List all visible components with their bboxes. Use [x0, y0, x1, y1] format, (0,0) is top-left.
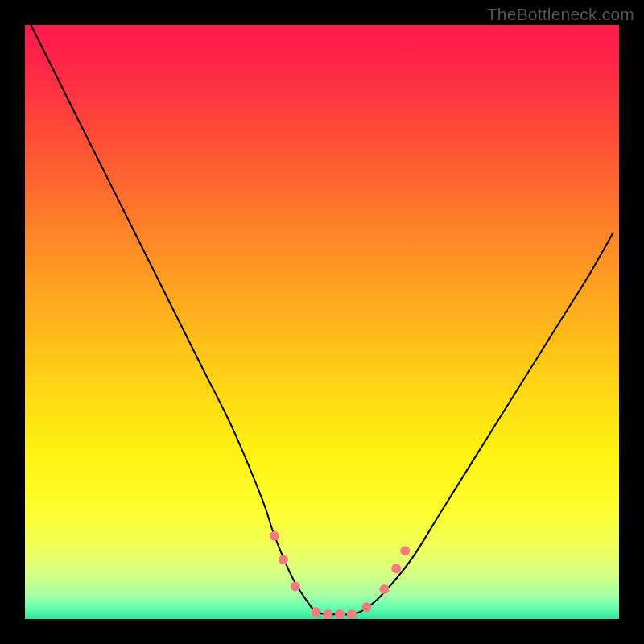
marker-dot: [400, 546, 410, 555]
plot-area: [25, 25, 619, 619]
marker-dot: [379, 584, 389, 594]
marker-dot: [323, 609, 332, 619]
bottleneck-curve: [31, 25, 613, 614]
marker-dot: [270, 531, 279, 541]
outer-frame: TheBottleneck.com: [0, 0, 644, 644]
marker-dot: [279, 555, 288, 564]
watermark-text: TheBottleneck.com: [487, 5, 634, 24]
marker-dot: [291, 581, 300, 591]
curve-layer: [25, 25, 619, 619]
marker-dot: [335, 609, 345, 619]
marker-dot: [391, 564, 401, 573]
marker-dot: [312, 607, 321, 617]
marker-dot: [361, 602, 371, 612]
marker-dot: [347, 609, 357, 619]
